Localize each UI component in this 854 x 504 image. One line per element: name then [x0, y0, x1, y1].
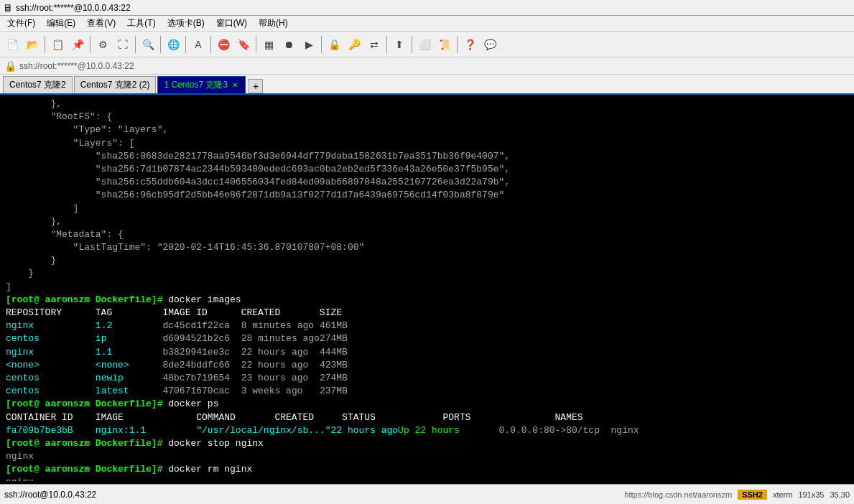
terminal-line: "Metadata": {	[6, 228, 848, 241]
terminal[interactable]: }, "RootFS": { "Type": "layers", "Layers…	[0, 95, 854, 484]
terminal-content: }, "RootFS": { "Type": "layers", "Layers…	[6, 98, 848, 481]
title-icon: 🖥	[3, 2, 13, 14]
terminal-line: "Layers": [	[6, 137, 848, 150]
tab-clone2-2-label: Centos7 克隆2 (2)	[80, 79, 150, 91]
toolbar-sep-3	[135, 36, 136, 53]
terminal-line: "Type": "layers",	[6, 123, 848, 136]
layout-button[interactable]: ▦	[259, 35, 278, 54]
toolbar-sep-4	[160, 36, 161, 53]
toolbar-sep-10	[412, 36, 412, 53]
toolbar-sep-7	[256, 36, 256, 53]
menu-file[interactable]: 文件(F)	[1, 16, 41, 31]
terminal-line: "LastTagTime": "2020-02-14T16:45:36.8701…	[6, 241, 848, 254]
bookmark-button[interactable]: 🔖	[234, 35, 253, 54]
help-button[interactable]: ❓	[460, 35, 479, 54]
terminal-line: fa709b7be3bB nginx:1.1 "/usr/local/nginx…	[6, 424, 848, 437]
tab-clone2-label: Centos7 克隆2	[9, 79, 66, 91]
terminal-line: nginx	[6, 476, 848, 481]
terminal-line: ]	[6, 202, 848, 215]
toolbar: 📄 📂 📋 📌 ⚙ ⛶ 🔍 🌐 A ⛔ 🔖 ▦ ⏺ ▶ 🔒 🔑 ⇄ ⬆ ⬜ 📜 …	[0, 32, 854, 57]
tab-clone2-2[interactable]: Centos7 克隆2 (2)	[74, 76, 157, 93]
menu-window[interactable]: 窗口(W)	[210, 16, 253, 31]
fullscreen-button[interactable]: ⛶	[113, 35, 132, 54]
terminal-line: CONTAINER ID IMAGE COMMAND CREATED STATU…	[6, 411, 848, 424]
menu-view[interactable]: 查看(V)	[81, 16, 121, 31]
terminal-line: "sha256:96cb95df2d5bb46e86f2871db9a13f02…	[6, 189, 848, 202]
toolbar-sep-9	[386, 36, 387, 53]
tab-clone2[interactable]: Centos7 克隆2	[3, 76, 73, 93]
terminal-line: nginx 1.2 dc45cd1f22ca 8 minutes ago 461…	[6, 319, 848, 332]
terminal-line: [root@ aaronszm Dockerfile]# docker rm n…	[6, 463, 848, 476]
status-dimensions: 191x35	[798, 490, 824, 499]
menu-tabs[interactable]: 选项卡(B)	[162, 16, 210, 31]
stop-button[interactable]: ⛔	[214, 35, 233, 54]
address-icon: 🔒	[4, 60, 17, 72]
tab-close-icon[interactable]: ✕	[231, 81, 239, 89]
terminal-line: nginx	[6, 450, 848, 463]
terminal-line: ]	[6, 281, 848, 294]
stop2-button[interactable]: ⬜	[415, 35, 434, 54]
menu-edit[interactable]: 编辑(E)	[41, 16, 81, 31]
terminal-line: centos newip 48bc7b719654 23 hours ago 2…	[6, 372, 848, 385]
toolbar-sep-6	[210, 36, 211, 53]
key-button[interactable]: 🔑	[345, 35, 363, 54]
tab-add-button[interactable]: +	[249, 79, 263, 93]
globe-button[interactable]: 🌐	[164, 35, 182, 54]
chat-button[interactable]: 💬	[481, 35, 499, 54]
toolbar-sep-5	[185, 36, 186, 53]
terminal-line: [root@ aaronszm Dockerfile]# docker imag…	[6, 294, 848, 307]
paste-button[interactable]: 📌	[68, 35, 87, 54]
status-ssh-label: SSH2	[738, 490, 767, 500]
a-button[interactable]: A	[189, 35, 208, 54]
terminal-line: "sha256:0683de2821778aa9546bf3d3e6944df7…	[6, 150, 848, 163]
address-bar: 🔒 ssh://root:******@10.0.0.43:22	[0, 57, 854, 75]
zoom-in-button[interactable]: 🔍	[139, 35, 157, 54]
terminal-line: },	[6, 215, 848, 228]
address-text: ssh://root:******@10.0.0.43:22	[19, 61, 134, 71]
toolbar-sep-8	[321, 36, 322, 53]
copy-button[interactable]: 📋	[48, 35, 67, 54]
menu-bar: 文件(F) 编辑(E) 查看(V) 工具(T) 选项卡(B) 窗口(W) 帮助(…	[0, 16, 854, 32]
terminal-line: "RootFS": {	[6, 111, 848, 123]
status-bar: ssh://root@10.0.0.43:22 https://blog.csd…	[0, 484, 854, 504]
toolbar-sep-2	[90, 36, 90, 53]
terminal-line: <none> <none> 8de24bddfc66 22 hours ago …	[6, 359, 848, 372]
new-button[interactable]: 📄	[3, 35, 22, 54]
lock-button[interactable]: 🔒	[325, 35, 343, 54]
status-url: https://blog.csdn.net/aaronszm	[624, 490, 732, 499]
status-zoom: 35,30	[830, 490, 850, 499]
terminal-line: },	[6, 98, 848, 111]
terminal-line: }	[6, 267, 848, 280]
tabs-bar: Centos7 克隆2 Centos7 克隆2 (2) 1 Centos7 克隆…	[0, 75, 854, 95]
menu-tools[interactable]: 工具(T)	[121, 16, 161, 31]
terminal-line: nginx 1.1 b3829941ee3c 22 hours ago 444M…	[6, 346, 848, 359]
settings-button[interactable]: ⚙	[93, 35, 112, 54]
upload-button[interactable]: ⬆	[390, 35, 409, 54]
transfer-button[interactable]: ⇄	[365, 35, 384, 54]
terminal-line: }	[6, 254, 848, 267]
scripts-button[interactable]: 📜	[435, 35, 454, 54]
status-connection: ssh://root@10.0.0.43:22	[4, 490, 96, 500]
play-button[interactable]: ▶	[300, 35, 318, 54]
record-button[interactable]: ⏺	[279, 35, 298, 54]
terminal-line: REPOSITORY TAG IMAGE ID CREATED SIZE	[6, 307, 848, 319]
status-right: https://blog.csdn.net/aaronszm SSH2 xter…	[624, 490, 850, 500]
title-text: ssh://root:******@10.0.0.43:22	[16, 3, 131, 13]
terminal-line: centos latest 470671670cac 3 weeks ago 2…	[6, 385, 848, 398]
status-xterm: xterm	[773, 490, 793, 499]
open-button[interactable]: 📂	[23, 35, 42, 54]
menu-help[interactable]: 帮助(H)	[253, 16, 294, 31]
title-bar: 🖥 ssh://root:******@10.0.0.43:22	[0, 0, 854, 16]
tab-clone3-label: 1 Centos7 克隆3	[164, 79, 228, 91]
terminal-line: [root@ aaronszm Dockerfile]# docker ps	[6, 398, 848, 411]
terminal-line: "sha256:7d1b07874ac2344b593400ededc693ac…	[6, 163, 848, 176]
terminal-line: centos ip d6094521b2c6 28 minutes ago274…	[6, 332, 848, 345]
tab-clone3[interactable]: 1 Centos7 克隆3 ✕	[157, 76, 246, 93]
toolbar-sep-1	[45, 36, 45, 53]
toolbar-sep-11	[457, 36, 458, 53]
terminal-line: [root@ aaronszm Dockerfile]# docker stop…	[6, 437, 848, 450]
terminal-line: "sha256:c55ddb604a3dcc1406556034fed84ed0…	[6, 176, 848, 189]
